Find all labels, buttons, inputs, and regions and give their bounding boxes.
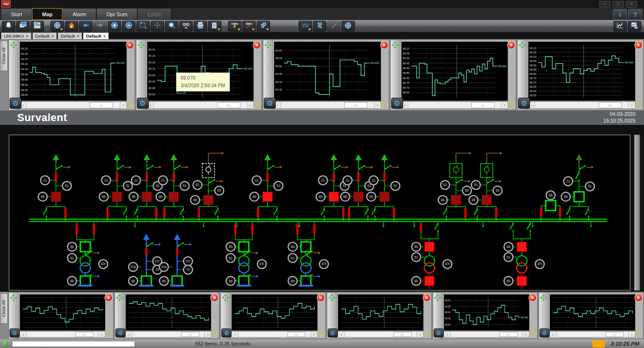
scrollbar-thumb[interactable]: ||| [75, 332, 93, 337]
scroll-right-icon[interactable]: › [98, 332, 105, 337]
chart-horizontal-scrollbar[interactable]: ‹|||› [231, 331, 317, 338]
scroll-right-icon[interactable]: › [416, 332, 423, 337]
minimize-button[interactable]: – [599, 1, 611, 8]
chart-settings-button[interactable]: ⚙ [137, 98, 149, 109]
scrollbar-thumb[interactable]: ||| [181, 332, 199, 337]
feeder-open-bay[interactable]: 215186 [561, 154, 594, 220]
scroll-left-icon[interactable]: ‹ [126, 332, 133, 337]
chart-settings-button[interactable]: ⚙ [540, 328, 550, 338]
tab-start[interactable]: Start [1, 8, 32, 20]
xfmr-red-bay[interactable]: 865187t86 [504, 222, 544, 289]
move-handle-icon[interactable] [540, 294, 547, 303]
scrollbar-thumb[interactable]: ||| [471, 102, 495, 108]
scroll-right-icon[interactable]: › [311, 332, 317, 337]
scrollbar-thumb[interactable]: ||| [90, 102, 113, 108]
xfmr-blue-bay[interactable]: 865187t86 [68, 222, 108, 286]
resize-grip[interactable] [105, 331, 113, 338]
alarm-bell-button[interactable] [2, 20, 15, 31]
map-vertical-scrollbar[interactable] [634, 134, 640, 291]
tag-button[interactable] [257, 20, 270, 31]
scroll-right-icon[interactable]: › [247, 102, 253, 108]
move-handle-icon[interactable] [10, 41, 17, 51]
chart-horizontal-scrollbar[interactable]: ‹|||› [20, 331, 105, 338]
trend-chart-area[interactable]: 69.1069.0569.0068.9568.9068.8568.8068.75… [528, 41, 635, 101]
chart-horizontal-scrollbar[interactable]: ‹|||› [401, 102, 509, 109]
trend-chart-area[interactable] [231, 294, 317, 331]
report-button[interactable] [208, 20, 221, 31]
feeder-bay[interactable]: 215186 [99, 154, 132, 220]
close-all-tab-bottom[interactable]: Close All [0, 293, 8, 324]
resize-grip[interactable] [317, 331, 325, 338]
tab-opr-sum[interactable]: Opr Sum [96, 8, 137, 20]
restore-button[interactable]: □ [613, 1, 624, 8]
resize-grip[interactable] [211, 331, 218, 338]
move-handle-icon[interactable] [519, 41, 526, 51]
feeder-bay[interactable]: 215186 [38, 154, 71, 220]
chart-settings-button[interactable]: ⚙ [10, 98, 21, 109]
chart-horizontal-scrollbar[interactable]: ‹|||› [528, 102, 635, 109]
trend-button[interactable] [613, 20, 627, 31]
vu-view-button[interactable]: VU [299, 20, 312, 31]
close-all-tab-top[interactable]: Close All [0, 41, 8, 71]
info-button[interactable]: i [613, 9, 627, 20]
scrollbar-thumb[interactable]: ||| [217, 102, 240, 108]
trend-chart-area[interactable] [338, 294, 424, 331]
scrollbar-thumb[interactable]: ||| [394, 332, 412, 337]
close-tab-icon[interactable]: × [52, 34, 54, 39]
dms-button[interactable]: DMS [242, 20, 256, 31]
trend-chart-area[interactable]: 69.1069.0569.0068.9568.9068.8568.8068.75… [401, 41, 509, 101]
scroll-left-icon[interactable]: ‹ [338, 332, 345, 337]
move-handle-icon[interactable] [328, 294, 335, 303]
move-handle-icon[interactable] [434, 294, 441, 303]
chart-settings-button[interactable]: ⚙ [328, 328, 338, 338]
feeder-bay[interactable]: 215186 [250, 154, 283, 220]
chart-settings-button[interactable]: ⚙ [115, 328, 125, 338]
scrollbar-thumb[interactable]: ||| [344, 102, 368, 108]
scroll-right-icon[interactable]: › [522, 332, 529, 337]
zoom-out-button[interactable] [122, 20, 135, 31]
doc-tab-uni-69kv[interactable]: UNI.69KV× [1, 32, 31, 39]
close-chart-button[interactable]: × [126, 41, 134, 49]
resize-grip[interactable] [635, 331, 643, 338]
chart-settings-button[interactable]: ⚙ [221, 328, 231, 338]
scroll-right-icon[interactable]: › [120, 102, 126, 108]
resize-grip[interactable] [253, 102, 261, 109]
zoom-in-button[interactable] [108, 20, 121, 31]
scroll-left-icon[interactable]: ‹ [444, 332, 451, 337]
scroll-right-icon[interactable]: › [628, 102, 635, 108]
chart-horizontal-scrollbar[interactable]: ‹|||› [550, 331, 635, 338]
world-map-button[interactable] [51, 20, 64, 31]
resize-grip[interactable] [381, 102, 388, 109]
one-line-diagram[interactable]: 2151862151862151862151865159862151862151… [10, 135, 630, 290]
doc-tab-default[interactable]: Default× [83, 32, 108, 39]
main-bus[interactable] [30, 219, 607, 227]
close-tab-icon[interactable]: × [77, 34, 79, 39]
tab-alarm[interactable]: Alarm [62, 8, 96, 20]
one-line-diagram-panel[interactable]: 2151862151862151862151865159862151862151… [9, 134, 631, 291]
feeder-bay[interactable]: 215186 [129, 154, 162, 220]
recloser-bay[interactable]: 515986 [191, 152, 224, 220]
resize-grip[interactable] [126, 102, 134, 109]
resize-grip[interactable] [508, 102, 515, 109]
riser-blue-bay[interactable]: 21r21p7986 [159, 234, 192, 286]
globe-pin-button[interactable] [342, 20, 355, 31]
layers-button[interactable] [313, 20, 326, 31]
close-tab-icon[interactable]: × [26, 34, 28, 39]
feeder-bay[interactable]: 215186 [316, 154, 349, 220]
close-tab-icon[interactable]: × [103, 34, 105, 39]
pan-button[interactable] [151, 20, 164, 31]
help-button[interactable]: ? [628, 9, 642, 20]
trend-chart-area[interactable]: 69.2569.2069.1569.1069.0569.0068.9568.90… [20, 41, 127, 101]
scroll-right-icon[interactable]: › [501, 102, 508, 108]
chart-settings-button[interactable]: ⚙ [10, 328, 20, 338]
tab-editor[interactable]: Editor [137, 8, 171, 20]
doc-tab-default[interactable]: Default× [58, 32, 82, 39]
move-handle-icon[interactable] [10, 294, 17, 303]
scrollbar-thumb[interactable]: ||| [287, 332, 305, 337]
resize-grip[interactable] [529, 331, 537, 338]
recloser-bay[interactable]: 515986 [438, 152, 472, 220]
move-handle-icon[interactable] [264, 41, 271, 51]
scroll-left-icon[interactable]: ‹ [550, 332, 557, 337]
print-button[interactable] [194, 20, 207, 31]
close-button[interactable]: × [626, 1, 637, 8]
